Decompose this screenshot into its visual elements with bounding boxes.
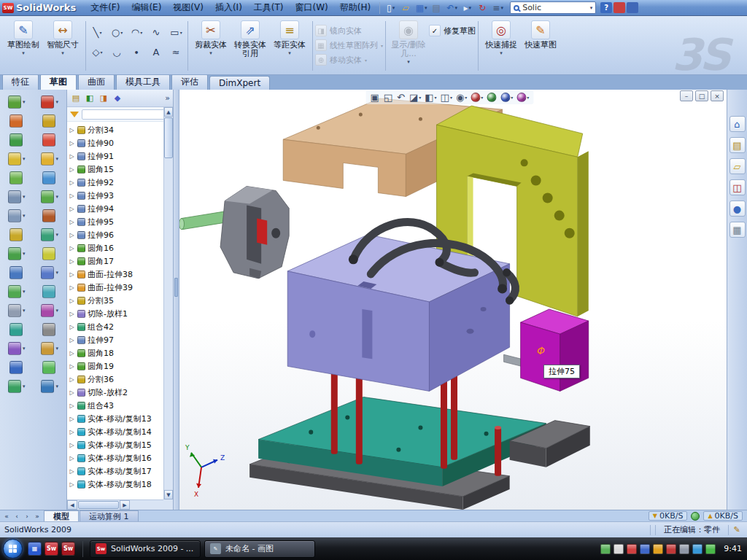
task-button[interactable]: ✎ 未命名 - 画图 bbox=[204, 540, 315, 558]
tree-item[interactable]: ▷ 分割35 bbox=[69, 294, 163, 307]
command-manager-tab[interactable]: 曲面 bbox=[78, 74, 115, 90]
command-manager-tab[interactable]: 评估 bbox=[171, 74, 208, 90]
tab-nav-icon[interactable]: ‹ bbox=[12, 513, 22, 520]
toolbar-button[interactable]: ▾ bbox=[41, 96, 58, 109]
tray-icon[interactable] bbox=[600, 544, 611, 554]
quick-toolbar-icon[interactable]: ≡ ▾ bbox=[490, 1, 506, 15]
task-pane-icon[interactable]: ◫ bbox=[729, 179, 746, 195]
titlebar-extra-icon[interactable] bbox=[614, 2, 625, 13]
quick-launch-icon[interactable]: Sw bbox=[44, 542, 58, 556]
scroll-down-icon[interactable]: ▼ bbox=[164, 490, 173, 499]
menu-item[interactable]: 编辑(E) bbox=[125, 0, 167, 16]
sketch-tool-icon[interactable]: ╲▾ bbox=[88, 23, 107, 42]
tree-item[interactable]: ▷ 圆角18 bbox=[69, 346, 163, 359]
manager-tab-icon[interactable]: ◧ bbox=[84, 93, 96, 104]
expand-arrow-icon[interactable]: ▷ bbox=[69, 127, 75, 133]
toolbar-button[interactable] bbox=[42, 361, 57, 374]
toolbar-button[interactable] bbox=[42, 114, 57, 128]
toolbar-button[interactable]: ▾ bbox=[41, 342, 58, 355]
tree-item[interactable]: ▷ 拉伸96 bbox=[69, 228, 163, 241]
toolbar-button[interactable]: ▾ bbox=[8, 342, 26, 355]
expand-arrow-icon[interactable]: ▷ bbox=[69, 389, 75, 396]
manager-tab-icon[interactable]: ◨ bbox=[98, 93, 109, 104]
ribbon-big-button[interactable]: ◉ 显示/删除几... ▾ bbox=[389, 19, 428, 66]
sketch-tool-icon[interactable]: ○▾ bbox=[108, 23, 126, 42]
toolbar-button[interactable] bbox=[9, 228, 24, 241]
task-button[interactable]: Sw SolidWorks 2009 - ... bbox=[90, 540, 201, 558]
sketch-tool-icon[interactable]: ◇▾ bbox=[88, 43, 107, 61]
tree-item[interactable]: ▷ 切除-放样2 bbox=[69, 386, 163, 399]
scrollbar-thumb[interactable] bbox=[78, 501, 119, 509]
expand-arrow-icon[interactable]: ▷ bbox=[69, 442, 75, 448]
tree-item[interactable]: ▷ 曲面-拉伸39 bbox=[69, 281, 163, 294]
expand-arrow-icon[interactable]: ▷ bbox=[69, 192, 75, 199]
quick-launch-icon[interactable]: ▦ bbox=[28, 542, 42, 556]
tree-item[interactable]: ▷ 组合43 bbox=[69, 399, 163, 412]
ribbon-big-button[interactable]: ↔ 智能尺寸 ▾ bbox=[43, 19, 82, 57]
tree-item[interactable]: ▷ 实体-移动/复制16 bbox=[69, 451, 163, 464]
tree-item[interactable]: ▷ 组合42 bbox=[69, 320, 163, 333]
tab-nav-icon[interactable]: › bbox=[22, 513, 32, 520]
tree-item[interactable]: ▷ 实体-移动/复制13 bbox=[69, 412, 163, 425]
toolbar-button[interactable]: ▾ bbox=[41, 304, 58, 317]
quick-toolbar-icon[interactable]: ↶ ▾ bbox=[444, 1, 460, 15]
appearance-sphere-icon[interactable]: ▾ bbox=[471, 93, 483, 102]
expand-arrow-icon[interactable]: ▷ bbox=[69, 350, 75, 357]
tray-icon[interactable] bbox=[627, 544, 637, 554]
expand-arrow-icon[interactable]: ▷ bbox=[69, 416, 75, 422]
menu-item[interactable]: 工具(T) bbox=[248, 0, 290, 16]
ribbon-small-button[interactable]: ⊕ 移动实体 ▾ bbox=[315, 54, 383, 66]
tray-icon[interactable] bbox=[679, 544, 689, 554]
tree-item[interactable]: ▷ 圆角17 bbox=[69, 254, 163, 268]
toolbar-button[interactable]: ▾ bbox=[8, 209, 26, 222]
expand-arrow-icon[interactable]: ▷ bbox=[69, 481, 75, 488]
sketch-tool-icon[interactable]: ∿ bbox=[147, 23, 166, 42]
splitter-handle[interactable] bbox=[174, 278, 178, 297]
view-tool-icon[interactable]: ◧▾ bbox=[425, 92, 436, 103]
sketch-tool-icon[interactable]: A bbox=[147, 43, 166, 61]
view-tool-icon[interactable]: ◫▾ bbox=[441, 92, 452, 103]
task-pane-icon[interactable]: ▦ bbox=[729, 222, 746, 238]
task-pane-icon[interactable]: ▱ bbox=[729, 158, 746, 174]
tray-icon[interactable] bbox=[640, 544, 650, 554]
net-status-icon[interactable] bbox=[691, 512, 700, 521]
expand-arrow-icon[interactable]: ▷ bbox=[69, 468, 75, 475]
toolbar-button[interactable]: ▾ bbox=[8, 304, 26, 317]
toolbar-button[interactable]: ▾ bbox=[8, 152, 26, 166]
scroll-right-icon[interactable]: ▶ bbox=[120, 500, 130, 510]
tree-item[interactable]: ▷ 拉伸97 bbox=[69, 333, 163, 346]
tree-item[interactable]: ▷ 拉伸93 bbox=[69, 189, 163, 202]
tab-nav-icon[interactable]: » bbox=[32, 513, 42, 520]
search-caret-icon[interactable]: ▾ bbox=[590, 5, 593, 11]
tree-item[interactable]: ▷ 实体-移动/复制15 bbox=[69, 438, 163, 451]
expand-arrow-icon[interactable]: ▷ bbox=[69, 298, 75, 304]
graphics-viewport[interactable]: Φ Y Z X bbox=[179, 90, 727, 510]
toolbar-button[interactable] bbox=[9, 114, 24, 128]
ribbon-big-button[interactable]: ⇗ 转换实体引用 bbox=[231, 19, 270, 61]
tray-icon[interactable] bbox=[666, 544, 676, 554]
quick-toolbar-icon[interactable]: ▦ ▾ bbox=[414, 1, 429, 15]
view-tool-icon[interactable]: ▣ bbox=[370, 92, 379, 103]
toolbar-button[interactable] bbox=[9, 266, 24, 279]
quick-toolbar-icon[interactable]: ▱ bbox=[398, 1, 414, 15]
tree-item[interactable]: ▷ 分割36 bbox=[69, 373, 163, 386]
view-tool-icon[interactable]: ◉▾ bbox=[456, 92, 467, 103]
search-input[interactable]: Solic bbox=[522, 3, 587, 12]
menu-item[interactable]: 视图(V) bbox=[167, 0, 209, 16]
toolbar-button[interactable]: ▾ bbox=[41, 228, 58, 241]
window-control-icon[interactable]: × bbox=[711, 90, 724, 101]
command-manager-tab[interactable]: 草图 bbox=[40, 74, 77, 90]
ribbon-big-button[interactable]: ✎ 快速草图 bbox=[521, 19, 560, 52]
expand-arrow-icon[interactable]: ▷ bbox=[69, 140, 75, 147]
expand-arrow-icon[interactable]: ▷ bbox=[69, 219, 75, 225]
tree-item[interactable]: ▷ 曲面-拉伸38 bbox=[69, 268, 163, 281]
toolbar-button[interactable]: ▾ bbox=[41, 152, 58, 166]
ribbon-big-button[interactable]: ✂ 剪裁实体 ▾ bbox=[191, 19, 231, 57]
window-control-icon[interactable]: □ bbox=[695, 90, 708, 101]
document-tab[interactable]: 运动算例 1 bbox=[80, 510, 139, 521]
tree-item[interactable]: ▷ 切除-放样1 bbox=[69, 307, 163, 320]
expand-arrow-icon[interactable]: ▷ bbox=[69, 324, 75, 330]
expand-arrow-icon[interactable]: ▷ bbox=[69, 284, 75, 291]
toolbar-button[interactable]: ▾ bbox=[41, 380, 58, 393]
task-pane-icon[interactable]: ● bbox=[729, 201, 746, 217]
